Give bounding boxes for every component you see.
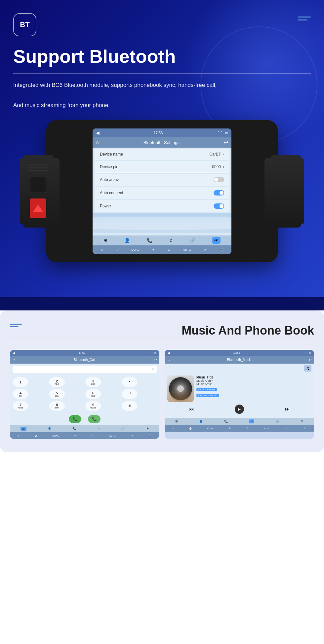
music-hamburger-icon[interactable]	[10, 324, 22, 327]
menu-icon[interactable]: ⊞	[103, 238, 107, 243]
music-divider	[10, 343, 314, 343]
call-music-icon[interactable]: ♫	[98, 427, 100, 430]
music-snow-icon[interactable]: ❄	[229, 427, 231, 430]
music-section: Music And Phone Book ◀ 17:53 ⌃⌃ ▭ ⌂ Blue…	[0, 310, 324, 452]
auto-answer-toggle[interactable]	[214, 177, 224, 182]
dial-key-3[interactable]: 3 DEF	[85, 377, 101, 387]
music-user-icon[interactable]: 👤	[199, 420, 203, 423]
ac-icon[interactable]: ⊙	[168, 248, 170, 251]
bt-row-auto-connect[interactable]: Auto connect	[95, 187, 229, 199]
dial-key-star[interactable]: *	[122, 377, 138, 387]
auto-label: AUTO	[183, 248, 191, 251]
dial-key-8[interactable]: 8 TUV	[49, 401, 65, 411]
music-link-icon[interactable]: 🔗	[276, 420, 279, 423]
bt-row-power[interactable]: Power	[95, 200, 229, 212]
hero-description: Integrated with BC6 Bluetooth module, su…	[13, 80, 311, 111]
call-power-icon[interactable]: ⏻	[35, 435, 37, 437]
music-section-title: Music And Phone Book	[182, 324, 314, 338]
bt-row-device-name[interactable]: Device name CarBT ›	[95, 149, 229, 160]
music-status-bar: ◀ 17:53 ⌃⌃ ▭	[165, 350, 314, 356]
call-eye-icon[interactable]: 👁	[146, 427, 149, 430]
bt-nav-bar: ⌂ Bluetooth_Settings ↩	[93, 137, 231, 148]
dial-key-9[interactable]: 9 WXYZ	[85, 401, 101, 411]
music-screen-title: Bluetooth_Music	[172, 358, 307, 362]
music-power-icon[interactable]: ⏻	[189, 427, 192, 430]
call-user-icon[interactable]: 👤	[48, 427, 51, 430]
dial-key-1[interactable]: 1	[13, 377, 28, 387]
device-name-value: CarBT ›	[209, 152, 224, 157]
volume-up-icon[interactable]: 🔊	[220, 248, 223, 251]
phone-icon[interactable]: 📞	[147, 238, 152, 243]
auto-connect-toggle[interactable]	[214, 190, 224, 196]
device-pin-label: Device pin	[100, 164, 118, 169]
dial-search-input[interactable]: ✕	[13, 366, 157, 373]
call-vol-icon[interactable]: 🔊	[149, 434, 152, 437]
screen-bottom-bar: ⊞ 👤 📞 ♫ 🔗 👁	[93, 235, 231, 245]
arrow-icon[interactable]: ↗	[204, 248, 207, 251]
call-phone-icon[interactable]: 📞	[73, 427, 76, 430]
hero-section: BT Support Bluetooth Integrated with BC6…	[0, 0, 324, 297]
music-nav-bottom: ⌂ ⏻ DUAL ❄ ⊙ AUTO ↗ 🔊	[165, 425, 314, 432]
music-android-screen: ◀ 17:53 ⌃⌃ ▭ ⌂ Bluetooth_Music ↩ ♫	[165, 350, 314, 432]
album-art	[167, 376, 194, 402]
power-nav-icon[interactable]: ⏻	[115, 248, 118, 251]
dial-key-4[interactable]: 4 GHI	[13, 389, 28, 399]
screen-frame: ◀ 17:53 ⌃⌃ ▭ ⌂ Bluetooth_Settings ↩	[93, 128, 231, 254]
call-link-icon[interactable]: 🔗	[121, 427, 125, 430]
bt-row-auto-answer[interactable]: Auto answer	[95, 174, 229, 186]
call-button-green[interactable]: 📞	[69, 415, 81, 423]
dual-label: DUAL	[131, 248, 139, 251]
music-home-icon[interactable]: ⌂	[172, 427, 174, 430]
music-vol-icon[interactable]: 🔊	[304, 427, 306, 430]
home-nav-icon[interactable]: ⌂	[101, 248, 102, 251]
auto-answer-label: Auto answer	[100, 177, 122, 182]
hero-header: BT	[13, 13, 311, 36]
music-note-icon-active[interactable]: ♫	[249, 419, 255, 423]
dial-key-7[interactable]: 7 PQRS	[13, 401, 28, 411]
music-menu-icon[interactable]: ⊞	[175, 420, 178, 423]
dial-key-5[interactable]: 5 JKL	[49, 389, 65, 399]
music-screens-row: ◀ 17:53 ⌃⌃ ▭ ⌂ Bluetooth_Call ↩ ✕ 1	[10, 350, 314, 439]
screen-nav-bottom: ⌂ ⏻ DUAL ❄ ⊙ AUTO ↗ 🔊	[93, 245, 231, 254]
music-screen-wrapper: ◀ 17:53 ⌃⌃ ▭ ⌂ Bluetooth_Music ↩ ♫	[165, 350, 314, 439]
power-toggle[interactable]	[214, 203, 224, 209]
call-screen-wrapper: ◀ 17:53 ⌃⌃ ▭ ⌂ Bluetooth_Call ↩ ✕ 1	[10, 350, 159, 439]
play-button[interactable]: ▶	[235, 405, 244, 414]
music-header: Music And Phone Book	[10, 324, 314, 338]
music-phone-icon[interactable]: 📞	[224, 420, 228, 423]
music-info: Music Title Music Album Music Artist A2D…	[196, 376, 311, 398]
dial-key-2[interactable]: 2 ABC	[49, 377, 65, 387]
link-icon[interactable]: 🔗	[189, 238, 195, 243]
bt-row-device-pin[interactable]: Device pin 0000 ›	[95, 161, 229, 173]
avrcp-badge: AVRCP connected	[196, 394, 219, 397]
eye-icon-active[interactable]: 👁	[212, 237, 221, 244]
call-snow-icon[interactable]: ❄	[74, 434, 76, 437]
call-status-bar: ◀ 17:53 ⌃⌃ ▭	[10, 350, 159, 356]
music-arrow-icon[interactable]: ↗	[286, 427, 288, 430]
power-label: Power	[100, 204, 111, 208]
hamburger-menu-icon[interactable]	[298, 17, 311, 20]
dial-key-6[interactable]: 6 MNO	[85, 389, 101, 399]
recall-button-green[interactable]: 📞	[88, 415, 101, 423]
music-artist-text: Music Artist	[196, 382, 311, 386]
snowflake-icon[interactable]: ❄	[152, 248, 155, 251]
car-unit: ◀ 17:53 ⌃⌃ ▭ ⌂ Bluetooth_Settings ↩	[46, 120, 278, 262]
dial-key-hash[interactable]: #	[122, 401, 138, 411]
music-player-area: Music Title Music Album Music Artist A2D…	[165, 373, 314, 418]
dial-grid: 1 2 ABC 3 DEF * 4	[10, 375, 159, 413]
dial-key-0[interactable]: 0 -	[122, 389, 138, 399]
call-ac-icon[interactable]: ⊙	[92, 434, 94, 437]
call-menu-icon-active[interactable]: ⊞	[20, 427, 26, 431]
call-home-icon[interactable]: ⌂	[18, 435, 19, 437]
call-screen-title: Bluetooth_Call	[17, 358, 152, 362]
call-android-screen: ◀ 17:53 ⌃⌃ ▭ ⌂ Bluetooth_Call ↩ ✕ 1	[10, 350, 159, 439]
music-ac-icon[interactable]: ⊙	[246, 427, 248, 430]
music-icon[interactable]: ♫	[169, 238, 173, 243]
next-track-button[interactable]: ⏭	[285, 406, 290, 412]
music-eye-icon[interactable]: 👁	[301, 420, 304, 423]
user-icon[interactable]: 👤	[124, 238, 130, 243]
call-arrow-icon[interactable]: ↗	[131, 434, 133, 437]
music-title-text: Music Title	[196, 376, 311, 379]
prev-track-button[interactable]: ⏮	[189, 406, 194, 412]
music-note-icon[interactable]: ♫	[304, 365, 312, 372]
